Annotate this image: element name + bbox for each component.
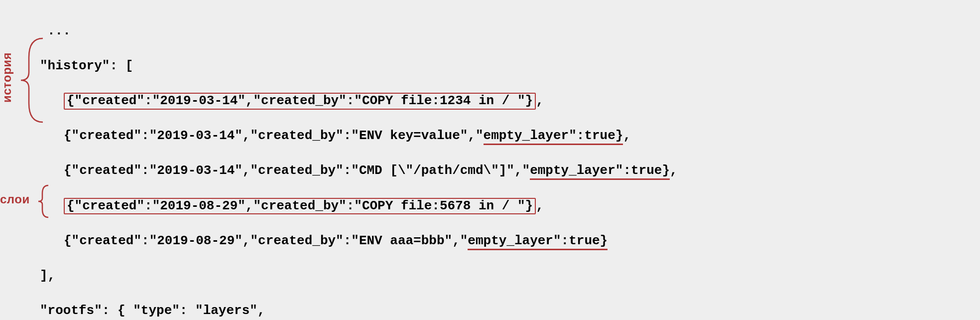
code-line-h2: {"created":"2019-03-14","created_by":"EN…: [10, 127, 970, 145]
history-entry-3-prefix: {"created":"2019-03-14","created_by":"CM…: [64, 163, 530, 178]
history-entry-2-prefix: {"created":"2019-03-14","created_by":"EN…: [64, 128, 484, 143]
empty-layer-underline: empty_layer":true}: [484, 128, 623, 145]
code-block: ... "history": [ {"created":"2019-03-14"…: [10, 5, 970, 320]
history-entry-5-prefix: {"created":"2019-08-29","created_by":"EN…: [64, 233, 468, 248]
code-line-h1: {"created":"2019-03-14","created_by":"CO…: [10, 92, 970, 110]
code-line-h3: {"created":"2019-03-14","created_by":"CM…: [10, 162, 970, 179]
code-line-h5: {"created":"2019-08-29","created_by":"EN…: [10, 232, 970, 250]
empty-layer-underline: empty_layer":true}: [468, 233, 608, 250]
comma: ,: [536, 198, 544, 213]
code-line-close-hist: ],: [10, 267, 970, 285]
comma: ,: [623, 128, 631, 143]
code-line-h4: {"created":"2019-08-29","created_by":"CO…: [10, 197, 970, 215]
empty-layer-underline: empty_layer":true}: [530, 163, 670, 180]
comma: ,: [670, 163, 678, 178]
code-line-rootfs: "rootfs": { "type": "layers",: [10, 302, 970, 320]
code-line-ellipsis: ...: [10, 22, 970, 40]
code-line-history-key: "history": [: [10, 57, 970, 75]
history-entry-1-box: {"created":"2019-03-14","created_by":"CO…: [64, 93, 536, 110]
comma: ,: [536, 93, 544, 108]
history-entry-4-box: {"created":"2019-08-29","created_by":"CO…: [64, 198, 536, 215]
